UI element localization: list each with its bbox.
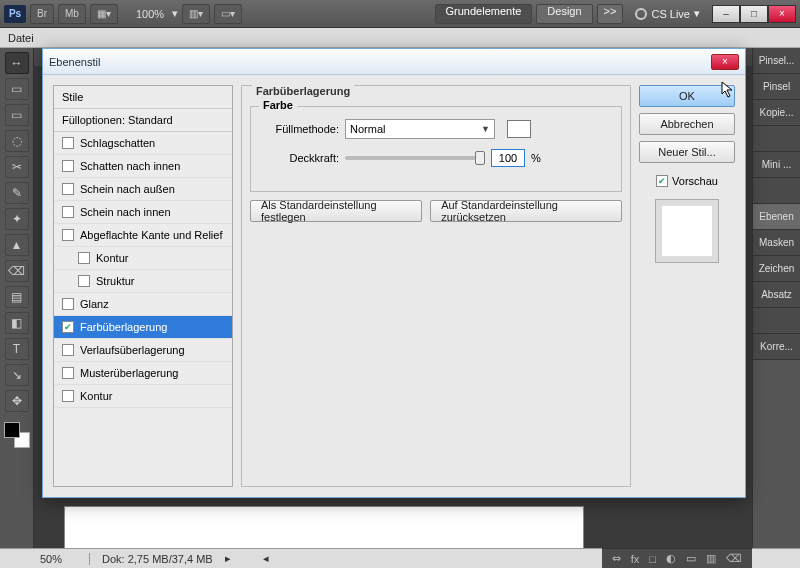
window-close[interactable]: × xyxy=(768,5,796,23)
reset-default-button[interactable]: Auf Standardeinstellung zurücksetzen xyxy=(430,200,622,222)
layers-footer-icon-3[interactable]: ◐ xyxy=(666,552,676,565)
style-checkbox[interactable] xyxy=(62,137,74,149)
tool-0[interactable]: ↔ xyxy=(5,52,29,74)
make-default-button[interactable]: Als Standardeinstellung festlegen xyxy=(250,200,422,222)
fill-options-row[interactable]: Fülloptionen: Standard xyxy=(54,109,232,132)
cancel-button[interactable]: Abbrechen xyxy=(639,113,735,135)
tool-11[interactable]: T xyxy=(5,338,29,360)
preview-checkbox[interactable]: ✔ xyxy=(656,175,668,187)
preview-label: Vorschau xyxy=(672,175,718,187)
overlay-color-swatch[interactable] xyxy=(507,120,531,138)
style-label: Kontur xyxy=(96,252,128,264)
preview-swatch xyxy=(655,199,719,263)
screen-mode-button[interactable]: ▭▾ xyxy=(214,4,242,24)
minibridge-button[interactable]: Mb xyxy=(58,4,86,24)
panel-tab-7[interactable]: Masken xyxy=(753,230,800,256)
panel-tab-1[interactable]: Pinsel xyxy=(753,74,800,100)
tool-3[interactable]: ◌ xyxy=(5,130,29,152)
style-checkbox[interactable] xyxy=(62,298,74,310)
layers-footer-icon-4[interactable]: ▭ xyxy=(686,552,696,565)
tool-1[interactable]: ▭ xyxy=(5,78,29,100)
style-checkbox[interactable] xyxy=(62,229,74,241)
tool-10[interactable]: ◧ xyxy=(5,312,29,334)
panel-tab-8[interactable]: Zeichen xyxy=(753,256,800,282)
fg-swatch[interactable] xyxy=(4,422,20,438)
layers-footer-icon-1[interactable]: fx xyxy=(631,553,640,565)
ok-button[interactable]: OK xyxy=(639,85,735,107)
style-row-schatten-nach-innen[interactable]: Schatten nach innen xyxy=(54,155,232,178)
workspace-essentials[interactable]: Grundelemente xyxy=(435,4,533,24)
tool-9[interactable]: ▤ xyxy=(5,286,29,308)
panel-tab-11[interactable]: Korre... xyxy=(753,334,800,360)
tool-12[interactable]: ↘ xyxy=(5,364,29,386)
panel-tab-4[interactable]: Mini ... xyxy=(753,152,800,178)
style-checkbox[interactable] xyxy=(78,252,90,264)
layers-footer-icon-6[interactable]: ⌫ xyxy=(726,552,742,565)
style-checkbox[interactable] xyxy=(62,367,74,379)
zoom-level[interactable]: 100% xyxy=(132,8,168,20)
layers-footer-icon-5[interactable]: ▥ xyxy=(706,552,716,565)
style-checkbox[interactable] xyxy=(62,390,74,402)
menu-file[interactable]: Datei xyxy=(8,32,34,44)
style-row-abgeflachte-kante-und-relief[interactable]: Abgeflachte Kante und Relief xyxy=(54,224,232,247)
opacity-slider[interactable] xyxy=(345,156,485,160)
new-style-button[interactable]: Neuer Stil... xyxy=(639,141,735,163)
style-row-schein-nach-innen[interactable]: Schein nach innen xyxy=(54,201,232,224)
style-row-kontur[interactable]: Kontur xyxy=(54,247,232,270)
style-checkbox[interactable] xyxy=(62,344,74,356)
style-row-kontur[interactable]: Kontur xyxy=(54,385,232,408)
window-maximize[interactable]: □ xyxy=(740,5,768,23)
style-row-farb-berlagerung[interactable]: ✔Farbüberlagerung xyxy=(54,316,232,339)
chevron-down-icon: ▼ xyxy=(481,124,490,134)
tool-7[interactable]: ▲ xyxy=(5,234,29,256)
style-label: Schein nach innen xyxy=(80,206,171,218)
style-row-verlaufs-berlagerung[interactable]: Verlaufsüberlagerung xyxy=(54,339,232,362)
arrange-docs-button[interactable]: ▥▾ xyxy=(182,4,210,24)
panel-tab-9[interactable]: Absatz xyxy=(753,282,800,308)
style-checkbox[interactable]: ✔ xyxy=(62,321,74,333)
layers-footer-icon-2[interactable]: □ xyxy=(649,553,656,565)
bridge-button[interactable]: Br xyxy=(30,4,54,24)
tool-6[interactable]: ✦ xyxy=(5,208,29,230)
dialog-titlebar[interactable]: Ebenenstil × xyxy=(43,49,745,75)
style-label: Struktur xyxy=(96,275,135,287)
style-list-header[interactable]: Stile xyxy=(54,86,232,109)
workspace-design[interactable]: Design xyxy=(536,4,592,24)
tool-13[interactable]: ✥ xyxy=(5,390,29,412)
style-label: Abgeflachte Kante und Relief xyxy=(80,229,223,241)
style-label: Musterüberlagerung xyxy=(80,367,178,379)
tool-5[interactable]: ✎ xyxy=(5,182,29,204)
panel-tab-3 xyxy=(753,126,800,152)
window-minimize[interactable]: – xyxy=(712,5,740,23)
status-doc-size: Dok: 2,75 MB/37,4 MB xyxy=(102,553,213,565)
slider-thumb[interactable] xyxy=(475,151,485,165)
panel-tab-2[interactable]: Kopie... xyxy=(753,100,800,126)
view-extras-button[interactable]: ▦▾ xyxy=(90,4,118,24)
style-row-schein-nach-au-en[interactable]: Schein nach außen xyxy=(54,178,232,201)
panel-tab-0[interactable]: Pinsel... xyxy=(753,48,800,74)
style-row-glanz[interactable]: Glanz xyxy=(54,293,232,316)
style-checkbox[interactable] xyxy=(62,183,74,195)
style-settings-group: Farbüberlagerung Farbe Füllmethode: Norm… xyxy=(241,85,631,487)
style-row-schlagschatten[interactable]: Schlagschatten xyxy=(54,132,232,155)
cslive-button[interactable]: CS Live ▾ xyxy=(635,7,700,20)
tool-2[interactable]: ▭ xyxy=(5,104,29,126)
style-checkbox[interactable] xyxy=(62,160,74,172)
menu-bar: Datei xyxy=(0,28,800,48)
style-row-muster-berlagerung[interactable]: Musterüberlagerung xyxy=(54,362,232,385)
tool-8[interactable]: ⌫ xyxy=(5,260,29,282)
style-checkbox[interactable] xyxy=(62,206,74,218)
blend-mode-combo[interactable]: Normal▼ xyxy=(345,119,495,139)
color-swatches[interactable] xyxy=(4,422,30,448)
panel-tab-6[interactable]: Ebenen xyxy=(753,204,800,230)
tool-4[interactable]: ✂ xyxy=(5,156,29,178)
layers-footer-icon-0[interactable]: ⇔ xyxy=(612,552,621,565)
style-label: Glanz xyxy=(80,298,109,310)
opacity-input[interactable]: 100 xyxy=(491,149,525,167)
style-row-struktur[interactable]: Struktur xyxy=(54,270,232,293)
status-zoom[interactable]: 50% xyxy=(40,553,90,565)
dialog-close-button[interactable]: × xyxy=(711,54,739,70)
style-checkbox[interactable] xyxy=(78,275,90,287)
style-label: Schlagschatten xyxy=(80,137,155,149)
workspace-more[interactable]: >> xyxy=(597,4,624,24)
